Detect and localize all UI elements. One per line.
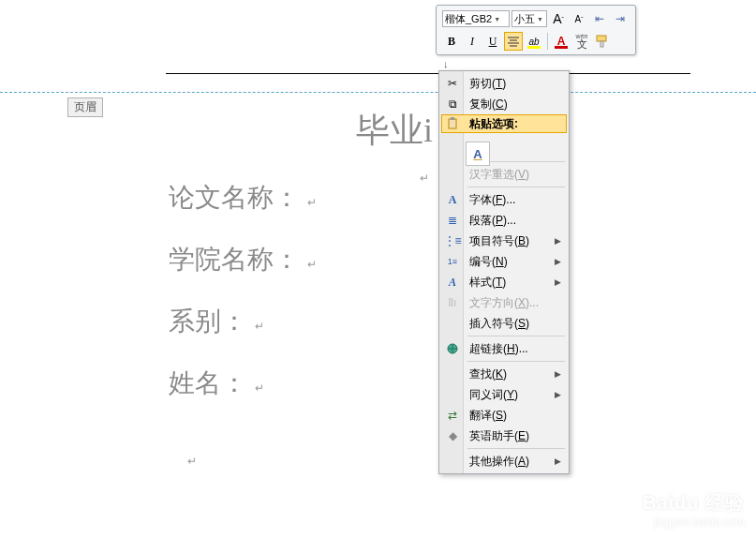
menu-text-direction: llı 文字方向(X)...	[441, 292, 567, 313]
menu-find-label: 查找(K)	[469, 367, 507, 381]
header-underline	[166, 73, 690, 74]
bullets-icon: ⋮≡	[445, 233, 460, 248]
font-name-value: 楷体_GB2	[445, 12, 492, 26]
numbering-icon: 1≡	[445, 254, 460, 269]
font-icon: A	[445, 192, 460, 207]
svg-rect-4	[597, 36, 606, 41]
doc-field-name: 姓名：↵	[169, 366, 433, 401]
menu-bullets[interactable]: ⋮≡ 项目符号(B) ▶	[441, 231, 567, 251]
menu-reconvert-label: 汉字重选(V)	[469, 168, 529, 181]
menu-copy-label: 复制(C)	[469, 97, 508, 111]
doc-field-college-name: 学院名称：↵	[169, 242, 433, 277]
mini-toolbar: 楷体_GB2 ▼ 小五 ▼ Aˆ Aˇ ⇤ ⇥ B I U ab A wén 文	[436, 5, 636, 55]
menu-reconvert: 汉字重选(V)	[441, 164, 567, 185]
chevron-down-icon: ▼	[494, 16, 500, 22]
menu-separator	[467, 336, 565, 336]
doc-title: 毕业i	[356, 108, 433, 154]
menu-hyperlink-label: 超链接(H)...	[469, 342, 528, 355]
menu-insert-symbol[interactable]: 插入符号(S)	[441, 313, 567, 334]
menu-numbering-label: 编号(N)	[469, 255, 508, 268]
submenu-arrow-icon: ▶	[555, 257, 561, 266]
font-size-value: 小五	[514, 12, 535, 26]
copy-icon: ⧉	[445, 97, 460, 112]
menu-separator	[467, 361, 565, 362]
menu-find[interactable]: 查找(K) ▶	[441, 364, 567, 384]
menu-synonyms-label: 同义词(Y)	[469, 388, 518, 401]
menu-translate-label: 翻译(S)	[469, 409, 507, 422]
translate-icon: ⇄	[445, 408, 460, 423]
menu-hyperlink[interactable]: 超链接(H)...	[441, 338, 567, 359]
menu-translate[interactable]: ⇄ 翻译(S)	[441, 405, 567, 426]
menu-english-assistant-label: 英语助手(E)	[469, 429, 529, 442]
text-direction-icon: llı	[445, 295, 460, 310]
submenu-arrow-icon: ▶	[555, 390, 561, 399]
menu-numbering[interactable]: 1≡ 编号(N) ▶	[441, 251, 567, 272]
align-center-button[interactable]	[504, 32, 523, 51]
paragraph-mark: ↵	[187, 455, 197, 469]
svg-rect-5	[600, 41, 603, 47]
submenu-arrow-icon: ▶	[555, 369, 561, 379]
menu-cut[interactable]: ✂ 剪切(T)	[441, 73, 567, 94]
context-menu: ✂ 剪切(T) ⧉ 复制(C) 粘贴选项: 汉字重选(V) A 字体(F)...…	[438, 70, 570, 474]
header-label: 页眉	[67, 97, 103, 117]
increase-indent-button[interactable]: ⇥	[611, 9, 630, 28]
underline-button[interactable]: U	[483, 32, 502, 51]
hyperlink-icon	[445, 341, 460, 356]
format-painter-icon	[595, 34, 610, 49]
menu-other-actions[interactable]: 其他操作(A) ▶	[441, 451, 567, 471]
font-name-dropdown[interactable]: 楷体_GB2 ▼	[442, 10, 510, 27]
menu-english-assistant[interactable]: ◆ 英语助手(E)	[441, 426, 567, 446]
menu-paragraph[interactable]: ≣ 段落(P)...	[441, 210, 567, 231]
font-color-button[interactable]: A	[552, 32, 571, 51]
chevron-down-icon: ▼	[537, 16, 543, 22]
menu-styles[interactable]: A 样式(T) ▶	[441, 272, 567, 292]
menu-cut-label: 剪切(T)	[469, 77, 506, 90]
menu-copy[interactable]: ⧉ 复制(C)	[441, 94, 567, 114]
menu-styles-label: 样式(T)	[469, 276, 506, 289]
menu-separator	[467, 448, 565, 449]
grow-font-button[interactable]: Aˆ	[549, 9, 568, 28]
menu-other-actions-label: 其他操作(A)	[469, 455, 529, 468]
format-painter-button[interactable]	[593, 32, 612, 51]
paragraph-mark: ↵	[420, 172, 429, 186]
phonetic-guide-button[interactable]: wén 文	[572, 32, 591, 51]
submenu-arrow-icon: ▶	[555, 236, 561, 246]
menu-font[interactable]: A 字体(F)...	[441, 189, 567, 210]
watermark-brand: Baidu 经验	[643, 490, 745, 516]
watermark: Baidu 经验 jingyan.baidu.com	[643, 490, 745, 529]
paragraph-icon: ≣	[445, 213, 460, 228]
watermark-url: jingyan.baidu.com	[643, 516, 745, 529]
doc-field-thesis-name: 论文名称：↵	[169, 180, 433, 216]
header-boundary	[0, 92, 756, 93]
align-center-icon	[507, 36, 520, 47]
menu-separator	[467, 187, 565, 187]
decrease-indent-button[interactable]: ⇤	[590, 9, 609, 28]
paste-option-keep-text[interactable]: A	[466, 142, 490, 166]
svg-rect-6	[449, 119, 456, 128]
doc-field-department: 系别：↵	[169, 304, 433, 339]
cursor-mark: ↓	[443, 58, 449, 69]
font-size-dropdown[interactable]: 小五 ▼	[511, 10, 547, 27]
english-assistant-icon: ◆	[445, 428, 460, 443]
document-body[interactable]: 毕业i ↵ 论文名称：↵ 学院名称：↵ 系别：↵ 姓名：↵ ↵	[169, 108, 433, 401]
menu-paragraph-label: 段落(P)...	[469, 214, 516, 227]
menu-synonyms[interactable]: 同义词(Y) ▶	[441, 384, 567, 405]
cut-icon: ✂	[445, 76, 460, 91]
toolbar-separator	[547, 33, 548, 50]
submenu-arrow-icon: ▶	[555, 277, 561, 287]
bold-button[interactable]: B	[442, 32, 461, 51]
highlight-button[interactable]: ab	[525, 32, 543, 51]
styles-icon: A	[445, 275, 460, 290]
italic-button[interactable]: I	[463, 32, 482, 51]
menu-insert-symbol-label: 插入符号(S)	[469, 317, 529, 330]
menu-paste-options-label: 粘贴选项:	[469, 116, 561, 132]
shrink-font-button[interactable]: Aˇ	[570, 9, 588, 28]
svg-rect-7	[451, 117, 454, 120]
menu-paste-options[interactable]: 粘贴选项:	[441, 114, 567, 133]
paste-icon	[446, 116, 461, 131]
menu-bullets-label: 项目符号(B)	[469, 234, 529, 247]
submenu-arrow-icon: ▶	[555, 456, 561, 466]
paste-option-letter: A	[473, 147, 482, 161]
menu-font-label: 字体(F)...	[469, 193, 515, 206]
menu-paste-option-row	[441, 133, 567, 159]
